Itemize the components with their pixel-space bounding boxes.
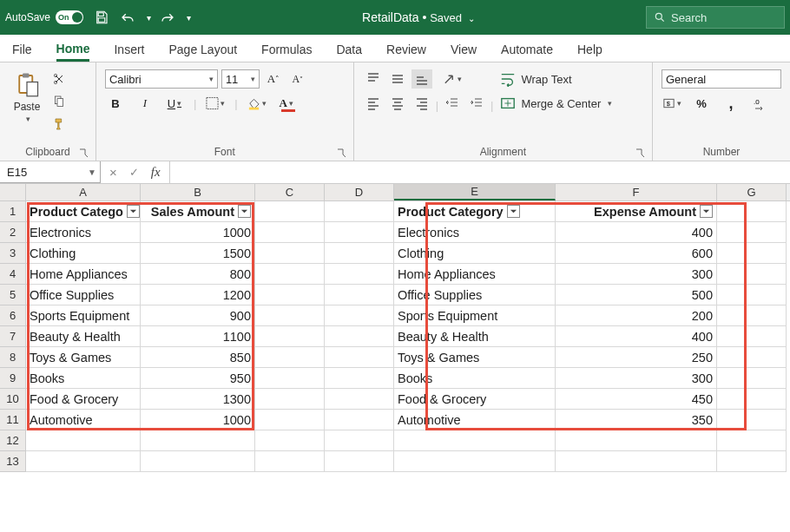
cell-c13[interactable] xyxy=(255,451,325,472)
copy-button[interactable] xyxy=(49,92,69,111)
cell-g11[interactable] xyxy=(717,410,787,430)
decrease-font-button[interactable]: A˅ xyxy=(287,69,308,89)
cell-d6[interactable] xyxy=(325,305,394,326)
cell-c6[interactable] xyxy=(255,305,325,326)
cell-e10[interactable]: Food & Grocery xyxy=(394,389,556,410)
cell-e12[interactable] xyxy=(394,430,556,451)
bold-button[interactable]: B xyxy=(105,94,126,113)
cell-a10[interactable]: Food & Grocery xyxy=(26,389,141,410)
cell-b2[interactable]: 1000 xyxy=(141,222,255,243)
cell-g7[interactable] xyxy=(717,326,787,347)
tab-home[interactable]: Home xyxy=(56,42,90,62)
filter-button[interactable] xyxy=(127,205,140,218)
cell-d10[interactable] xyxy=(325,389,394,410)
colhdr-e[interactable]: E xyxy=(394,184,556,200)
cell-f2[interactable]: 400 xyxy=(556,222,717,243)
enter-formula-icon[interactable]: ✓ xyxy=(129,166,139,179)
rowhdr[interactable]: 13 xyxy=(0,451,26,472)
cell-g5[interactable] xyxy=(717,285,787,305)
fill-color-button[interactable]: ▾ xyxy=(247,94,267,113)
search-box[interactable]: Search xyxy=(646,6,785,29)
tab-automate[interactable]: Automate xyxy=(501,43,553,62)
cell-a12[interactable] xyxy=(26,430,141,451)
cell-g8[interactable] xyxy=(717,347,787,368)
cell-a11[interactable]: Automotive xyxy=(26,410,141,430)
cell-a7[interactable]: Beauty & Health xyxy=(26,326,141,347)
align-top-button[interactable] xyxy=(363,69,384,89)
align-bottom-button[interactable] xyxy=(411,69,432,89)
decrease-indent-button[interactable] xyxy=(442,94,463,113)
colhdr-g[interactable]: G xyxy=(717,184,787,200)
font-size-combo[interactable]: 11▾ xyxy=(221,69,260,89)
cell-a5[interactable]: Office Supplies xyxy=(26,285,141,305)
select-all-corner[interactable] xyxy=(0,184,26,200)
tab-help[interactable]: Help xyxy=(577,43,602,62)
cell-c4[interactable] xyxy=(255,264,325,285)
cell-b3[interactable]: 1500 xyxy=(141,243,255,264)
colhdr-a[interactable]: A xyxy=(26,184,141,200)
cell-d3[interactable] xyxy=(325,243,394,264)
filter-button[interactable] xyxy=(700,205,713,218)
underline-button[interactable]: U▾ xyxy=(164,94,185,113)
cell-f7[interactable]: 400 xyxy=(556,326,717,347)
cell-g9[interactable] xyxy=(717,368,787,389)
cell-c1[interactable] xyxy=(255,201,325,222)
cell-f11[interactable]: 350 xyxy=(556,410,717,430)
tab-data[interactable]: Data xyxy=(336,43,362,62)
cell-g3[interactable] xyxy=(717,243,787,264)
rowhdr[interactable]: 9 xyxy=(0,368,26,389)
rowhdr[interactable]: 2 xyxy=(0,222,26,243)
cell-f12[interactable] xyxy=(556,430,717,451)
filter-button[interactable] xyxy=(507,205,520,218)
orientation-button[interactable]: ▾ xyxy=(442,69,463,89)
cell-d8[interactable] xyxy=(325,347,394,368)
cell-e4[interactable]: Home Appliances xyxy=(394,264,556,285)
align-right-button[interactable] xyxy=(411,94,432,113)
filter-button[interactable] xyxy=(238,205,251,218)
cell-d13[interactable] xyxy=(325,451,394,472)
format-painter-button[interactable] xyxy=(49,115,69,134)
paste-button[interactable]: Paste ▾ xyxy=(9,69,45,123)
font-name-combo[interactable]: Calibri▾ xyxy=(105,69,218,89)
cell-g2[interactable] xyxy=(717,222,787,243)
cell-c10[interactable] xyxy=(255,389,325,410)
cell-e7[interactable]: Beauty & Health xyxy=(394,326,556,347)
cell-d9[interactable] xyxy=(325,368,394,389)
cell-f5[interactable]: 500 xyxy=(556,285,717,305)
tab-view[interactable]: View xyxy=(451,43,477,62)
cell-d11[interactable] xyxy=(325,410,394,430)
cell-a1[interactable]: Product Catego xyxy=(26,201,141,222)
cell-g1[interactable] xyxy=(717,201,787,222)
rowhdr[interactable]: 7 xyxy=(0,326,26,347)
cell-c2[interactable] xyxy=(255,222,325,243)
cell-g4[interactable] xyxy=(717,264,787,285)
rowhdr[interactable]: 8 xyxy=(0,347,26,368)
rowhdr[interactable]: 3 xyxy=(0,243,26,264)
cell-a4[interactable]: Home Appliances xyxy=(26,264,141,285)
title-dropdown-icon[interactable]: ⌄ xyxy=(468,14,475,23)
cell-f13[interactable] xyxy=(556,451,717,472)
percent-button[interactable]: % xyxy=(691,94,712,113)
comma-style-button[interactable]: , xyxy=(721,94,741,113)
cell-c8[interactable] xyxy=(255,347,325,368)
redo-icon[interactable] xyxy=(158,8,177,27)
cell-f4[interactable]: 300 xyxy=(556,264,717,285)
cell-b4[interactable]: 800 xyxy=(141,264,255,285)
cell-b11[interactable]: 1000 xyxy=(141,410,255,430)
cell-g6[interactable] xyxy=(717,305,787,326)
increase-indent-button[interactable] xyxy=(466,94,487,113)
cell-f10[interactable]: 450 xyxy=(556,389,717,410)
cell-f6[interactable]: 200 xyxy=(556,305,717,326)
cell-f1[interactable]: Expense Amount xyxy=(556,201,717,222)
cell-a2[interactable]: Electronics xyxy=(26,222,141,243)
cell-e9[interactable]: Books xyxy=(394,368,556,389)
colhdr-f[interactable]: F xyxy=(556,184,717,200)
tab-review[interactable]: Review xyxy=(386,43,426,62)
cell-d1[interactable] xyxy=(325,201,394,222)
cell-g13[interactable] xyxy=(717,451,787,472)
italic-button[interactable]: I xyxy=(135,94,155,113)
cell-e13[interactable] xyxy=(394,451,556,472)
cell-b10[interactable]: 1300 xyxy=(141,389,255,410)
wrap-text-button[interactable]: Wrap Text xyxy=(497,69,616,89)
increase-font-button[interactable]: A˄ xyxy=(263,69,284,89)
